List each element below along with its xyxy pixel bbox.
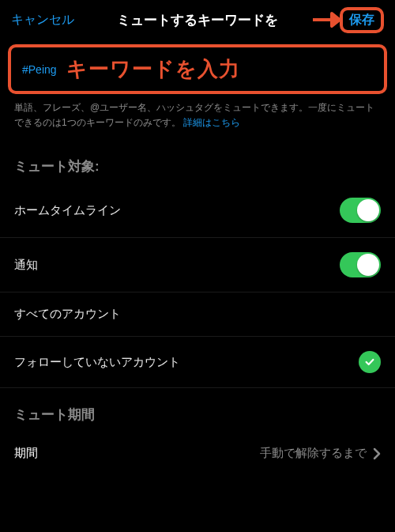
row-notifications[interactable]: 通知 [0, 238, 395, 292]
toggle-knob [357, 199, 379, 221]
check-icon [359, 351, 381, 373]
section-duration-header: ミュート期間 [0, 388, 395, 432]
page-title: ミュートするキーワードを [117, 11, 278, 29]
input-annotation: キーワードを入力 [66, 55, 240, 83]
duration-value-wrap: 手動で解除するまで [260, 446, 381, 461]
row-not-following[interactable]: フォローしていないアカウント [0, 337, 395, 388]
header-bar: キャンセル ミュートするキーワードを 保存 [0, 0, 395, 40]
duration-value: 手動で解除するまで [260, 446, 367, 461]
row-label: すべてのアカウント [14, 307, 121, 322]
row-label: フォローしていないアカウント [14, 355, 180, 370]
row-label: 通知 [14, 258, 38, 273]
keyword-value: #Peing [22, 63, 57, 76]
row-all-accounts[interactable]: すべてのアカウント [0, 292, 395, 337]
learn-more-link[interactable]: 詳細はこちら [183, 117, 240, 128]
cancel-button[interactable]: キャンセル [11, 12, 74, 28]
section-mute-target-header: ミュート対象: [0, 140, 395, 183]
toggle-notifications[interactable] [340, 252, 381, 277]
row-home-timeline[interactable]: ホームタイムライン [0, 183, 395, 238]
arrow-right-icon [313, 11, 341, 28]
row-duration[interactable]: 期間 手動で解除するまで [0, 432, 395, 475]
save-button[interactable]: 保存 [340, 7, 384, 33]
toggle-knob [357, 254, 379, 276]
row-label: ホームタイムライン [14, 203, 121, 218]
duration-label: 期間 [14, 446, 38, 461]
save-area: 保存 [313, 7, 384, 33]
hint-text: 単語、フレーズ、@ユーザー名、ハッシュタグをミュートできます。一度にミュートでき… [0, 96, 395, 140]
keyword-input[interactable]: #Peing キーワードを入力 [8, 44, 387, 94]
toggle-home-timeline[interactable] [340, 198, 381, 223]
chevron-right-icon [373, 447, 381, 460]
